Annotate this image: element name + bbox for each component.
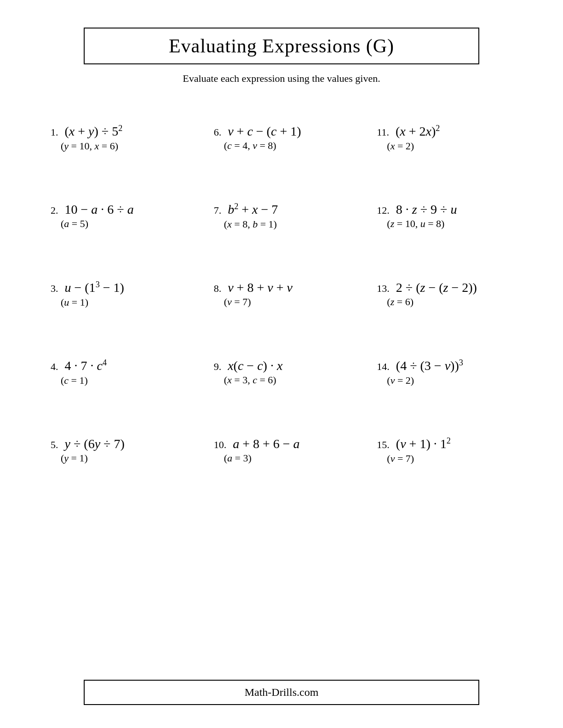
problem-cell: 11. (x + 2x)2 (x = 2) xyxy=(363,98,526,176)
problem-cell: 8. v + 8 + v + v (v = 7) xyxy=(200,255,363,333)
problem-cell: 7. b2 + x − 7 (x = 8, b = 1) xyxy=(200,176,363,255)
problem-cell: 9. x(c − c) · x (x = 3, c = 6) xyxy=(200,333,363,411)
problem-values: (c = 4, v = 8) xyxy=(214,140,354,152)
problem-expression: 9. x(c − c) · x xyxy=(214,358,354,373)
problem-expression: 15. (v + 1) · 12 xyxy=(377,436,517,451)
problem-cell: 1. (x + y) ÷ 52 (y = 10, x = 6) xyxy=(37,98,200,176)
problem-number: 12. xyxy=(377,205,390,216)
problem-cell: 3. u − (13 − 1) (u = 1) xyxy=(37,255,200,333)
problem-number: 9. xyxy=(214,361,222,372)
problem-values: (v = 7) xyxy=(214,296,354,308)
problem-values: (c = 1) xyxy=(51,375,191,387)
footer-box: Math-Drills.com xyxy=(84,680,479,705)
problem-cell: 10. a + 8 + 6 − a (a = 3) xyxy=(200,411,363,489)
problem-expression: 2. 10 − a · 6 ÷ a xyxy=(51,202,191,217)
problem-expression: 11. (x + 2x)2 xyxy=(377,124,517,139)
problem-values: (z = 6) xyxy=(377,296,517,308)
instructions: Evaluate each expression using the value… xyxy=(37,73,526,85)
problem-cell: 12. 8 · z ÷ 9 ÷ u (z = 10, u = 8) xyxy=(363,176,526,255)
problem-expression: 6. v + c − (c + 1) xyxy=(214,124,354,139)
problem-expression: 14. (4 ÷ (3 − v))3 xyxy=(377,358,517,373)
problem-values: (y = 1) xyxy=(51,452,191,464)
problem-number: 14. xyxy=(377,361,390,373)
problem-number: 5. xyxy=(51,439,58,450)
problem-cell: 13. 2 ÷ (z − (z − 2)) (z = 6) xyxy=(363,255,526,333)
problem-number: 10. xyxy=(214,439,227,450)
problem-values: (y = 10, x = 6) xyxy=(51,140,191,152)
problem-number: 6. xyxy=(214,126,222,138)
problem-cell: 5. y ÷ (6y ÷ 7) (y = 1) xyxy=(37,411,200,489)
problem-expression: 8. v + 8 + v + v xyxy=(214,280,354,295)
problem-values: (a = 3) xyxy=(214,452,354,464)
problem-cell: 6. v + c − (c + 1) (c = 4, v = 8) xyxy=(200,98,363,176)
page-title: Evaluating Expressions (G) xyxy=(94,35,469,57)
problem-values: (x = 2) xyxy=(377,140,517,152)
problem-expression: 12. 8 · z ÷ 9 ÷ u xyxy=(377,202,517,217)
problem-expression: 7. b2 + x − 7 xyxy=(214,202,354,217)
problem-values: (v = 2) xyxy=(377,375,517,387)
problems-grid: 1. (x + y) ÷ 52 (y = 10, x = 6) 6. v + c… xyxy=(37,98,526,489)
problem-number: 8. xyxy=(214,283,222,294)
problem-values: (u = 1) xyxy=(51,296,191,308)
problem-values: (v = 7) xyxy=(377,453,517,465)
problem-values: (z = 10, u = 8) xyxy=(377,218,517,230)
problem-expression: 1. (x + y) ÷ 52 xyxy=(51,124,191,139)
problem-expression: 10. a + 8 + 6 − a xyxy=(214,437,354,451)
problem-number: 15. xyxy=(377,439,390,451)
title-box: Evaluating Expressions (G) xyxy=(84,28,479,64)
problem-number: 1. xyxy=(51,127,58,138)
problem-expression: 3. u − (13 − 1) xyxy=(51,280,191,295)
problem-cell: 15. (v + 1) · 12 (v = 7) xyxy=(363,411,526,489)
page: Evaluating Expressions (G) Evaluate each… xyxy=(0,0,563,728)
footer-text: Math-Drills.com xyxy=(94,686,469,699)
problem-values: (x = 8, b = 1) xyxy=(214,218,354,230)
problem-expression: 5. y ÷ (6y ÷ 7) xyxy=(51,437,191,451)
problem-number: 7. xyxy=(214,205,222,216)
problem-expression: 4. 4 · 7 · c4 xyxy=(51,358,191,373)
problem-number: 11. xyxy=(377,127,389,138)
problem-cell: 2. 10 − a · 6 ÷ a (a = 5) xyxy=(37,176,200,255)
problem-number: 2. xyxy=(51,205,58,216)
problem-expression: 13. 2 ÷ (z − (z − 2)) xyxy=(377,280,517,295)
problem-number: 4. xyxy=(51,361,58,373)
problem-cell: 4. 4 · 7 · c4 (c = 1) xyxy=(37,333,200,411)
problem-values: (x = 3, c = 6) xyxy=(214,374,354,386)
problem-cell: 14. (4 ÷ (3 − v))3 (v = 2) xyxy=(363,333,526,411)
problem-values: (a = 5) xyxy=(51,218,191,230)
problem-number: 13. xyxy=(377,283,390,294)
problem-number: 3. xyxy=(51,283,58,295)
